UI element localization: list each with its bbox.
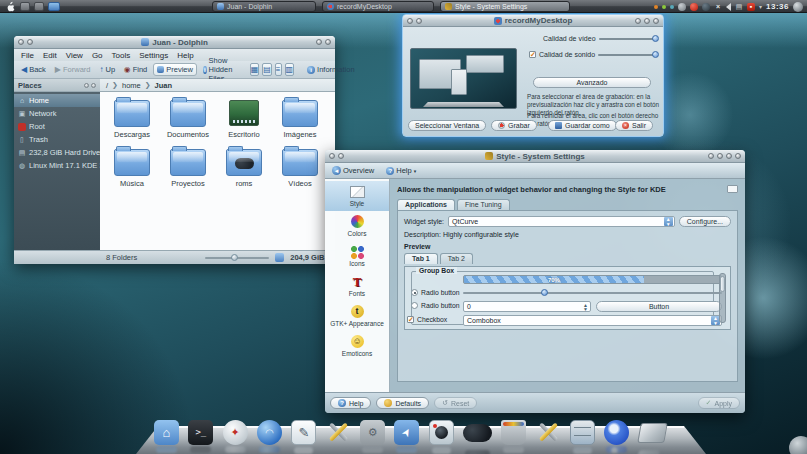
reset-button[interactable]: ↺Reset: [434, 397, 477, 409]
window-button[interactable]: [653, 18, 659, 24]
window-button[interactable]: [27, 39, 33, 45]
window-button[interactable]: [338, 153, 344, 159]
tab-2[interactable]: Tab 2: [440, 253, 473, 264]
tab-fine-tuning[interactable]: Fine Tuning: [457, 199, 510, 210]
place-linux-mint-volume[interactable]: ◍Linux Mint 17.1 KDE 3...: [14, 159, 100, 172]
text-editor-icon[interactable]: ✎: [291, 420, 316, 445]
taskbar-window-recordmydesktop[interactable]: recordMyDesktop: [322, 1, 434, 12]
dolphin-titlebar[interactable]: Juan - Dolphin: [14, 36, 335, 49]
sound-quality-checkbox[interactable]: ✓: [529, 51, 536, 58]
network-icon[interactable]: ▤: [735, 3, 743, 11]
view-details-button[interactable]: ≡: [275, 63, 282, 76]
capture-preview-thumbnail[interactable]: [410, 48, 517, 109]
menu-help[interactable]: Help: [177, 51, 193, 60]
tab-1[interactable]: Tab 1: [404, 253, 438, 264]
folder-imagenes[interactable]: Imágenes: [272, 100, 328, 139]
radio-button-2[interactable]: [411, 302, 418, 309]
folder-videos[interactable]: Vídeos: [272, 149, 328, 188]
dot-teal-icon[interactable]: [670, 5, 674, 9]
menu-go[interactable]: Go: [92, 51, 103, 60]
camera-recorder-icon[interactable]: [429, 420, 454, 445]
forward-button[interactable]: ▶Forward: [52, 64, 94, 75]
terminal-icon[interactable]: >_: [188, 420, 213, 445]
up-button[interactable]: ↑Up: [97, 64, 119, 75]
video-quality-slider[interactable]: [599, 38, 657, 40]
utilities-icon[interactable]: ⚙: [360, 420, 385, 445]
advanced-button[interactable]: Avanzado: [533, 77, 651, 88]
window-button[interactable]: [325, 39, 331, 45]
view-columns-button[interactable]: ▥: [285, 63, 295, 76]
panel-close-button[interactable]: [91, 83, 96, 88]
information-button[interactable]: iInformation: [304, 64, 358, 75]
menu-edit[interactable]: Edit: [43, 51, 57, 60]
update-alert-icon[interactable]: ▪: [747, 3, 755, 11]
scrollbar-knob[interactable]: [720, 276, 725, 292]
radio-button-1[interactable]: [411, 289, 418, 296]
preview-toggle-button[interactable]: Preview: [153, 63, 197, 76]
sidebar-item-colors[interactable]: Colors: [325, 211, 389, 241]
find-button[interactable]: ◉Find: [121, 64, 150, 75]
menu-settings[interactable]: Settings: [139, 51, 168, 60]
breadcrumb-root[interactable]: /: [106, 81, 108, 90]
tools-icon[interactable]: [536, 420, 561, 445]
preview-combobox[interactable]: Combobox▲▼: [463, 315, 722, 326]
folder-proyectos[interactable]: Proyectos: [160, 149, 216, 188]
preview-scrollbar[interactable]: [719, 273, 726, 323]
place-hard-drive[interactable]: ▤232,8 GiB Hard Drive: [14, 146, 100, 159]
zoom-slider[interactable]: [205, 257, 269, 259]
window-button[interactable]: [329, 153, 335, 159]
taskbar-window-dolphin[interactable]: Juan - Dolphin: [212, 1, 316, 12]
place-home[interactable]: ⌂Home: [14, 94, 100, 107]
folder-escritorio[interactable]: Escritorio: [216, 100, 272, 139]
user-sphere-icon[interactable]: [793, 2, 803, 12]
clock[interactable]: 13:36: [766, 2, 789, 11]
file-cabinet-icon[interactable]: [570, 420, 595, 445]
apply-button[interactable]: ✓Apply: [698, 397, 740, 409]
corner-sphere-icon[interactable]: [789, 436, 807, 454]
window-button[interactable]: [18, 39, 24, 45]
window-button[interactable]: [316, 39, 322, 45]
sidebar-item-emoticons[interactable]: ☺Emoticons: [325, 331, 389, 361]
menu-file[interactable]: File: [21, 51, 34, 60]
apple-menu-icon[interactable]: [5, 1, 16, 12]
window-button[interactable]: [644, 18, 650, 24]
window-button[interactable]: [735, 153, 741, 159]
gamepad-icon[interactable]: [463, 424, 492, 442]
preview-button[interactable]: Button: [596, 301, 722, 312]
sidebar-item-fonts[interactable]: TFonts: [325, 271, 389, 301]
hard-drive-icon[interactable]: [637, 423, 668, 443]
menu-tools[interactable]: Tools: [112, 51, 131, 60]
tab-applications[interactable]: Applications: [397, 199, 455, 210]
panel-button-2[interactable]: [34, 2, 44, 11]
folder-musica[interactable]: Música: [104, 149, 160, 188]
folder-descargas[interactable]: Descargas: [104, 100, 160, 139]
menu-view[interactable]: View: [66, 51, 83, 60]
record-tray-icon[interactable]: [690, 3, 698, 11]
select-window-button[interactable]: Seleccionar Ventana: [408, 120, 486, 131]
folder-roms[interactable]: roms: [216, 149, 272, 188]
rmd-titlebar[interactable]: recordMyDesktop: [403, 15, 663, 27]
sidebar-item-style[interactable]: Style: [325, 181, 389, 211]
view-icons-button[interactable]: ▦: [250, 63, 260, 76]
sound-quality-knob[interactable]: [652, 51, 659, 58]
record-button[interactable]: Grabar: [491, 120, 537, 131]
close-x-icon[interactable]: ×: [714, 3, 722, 11]
window-button[interactable]: [726, 153, 732, 159]
overview-button[interactable]: ◂Overview: [329, 165, 377, 176]
spinbox[interactable]: 0▲▼: [463, 301, 591, 312]
window-button[interactable]: [416, 18, 422, 24]
defaults-button[interactable]: Defaults: [376, 397, 429, 409]
place-trash[interactable]: ▯Trash: [14, 133, 100, 146]
preview-checkbox[interactable]: ✓: [407, 316, 414, 323]
place-network[interactable]: ▣Network: [14, 107, 100, 120]
folder-documentos[interactable]: Documentos: [160, 100, 216, 139]
gray-circle-icon[interactable]: [678, 3, 686, 11]
sidebar-item-icons[interactable]: Icons: [325, 241, 389, 271]
sidebar-item-gtk-appearance[interactable]: tGTK+ Appearance: [325, 301, 389, 331]
home-folder-icon[interactable]: ⌂: [154, 420, 179, 445]
breadcrumb-user[interactable]: Juan: [155, 81, 173, 90]
preview-slider[interactable]: [463, 292, 722, 294]
style-titlebar[interactable]: Style - System Settings: [325, 150, 745, 163]
configure-button[interactable]: Configure...: [679, 216, 731, 227]
pointer-app-icon[interactable]: ➤: [394, 420, 419, 445]
